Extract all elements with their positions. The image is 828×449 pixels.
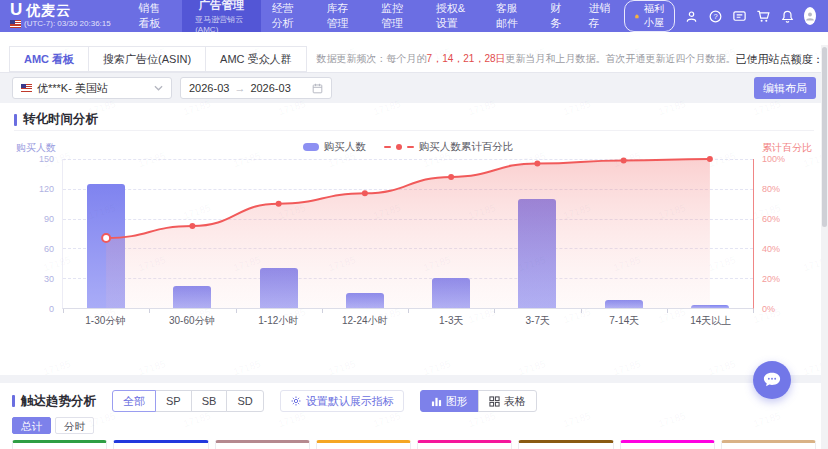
ad-type-filter-SP[interactable]: SP	[155, 390, 192, 412]
default-metrics-settings-button[interactable]: 设置默认展示指标	[280, 390, 404, 412]
x-label: 7-14天	[581, 309, 668, 327]
cumulative-line	[63, 159, 753, 308]
dashboard-tabs: AMC 看板搜索广告位(ASIN)AMC 受众人群	[10, 46, 307, 72]
mode-tabs: 总计分时	[12, 417, 816, 434]
legend-item-line[interactable]: 购买人数累计百分比	[384, 140, 514, 154]
calendar-icon	[312, 83, 323, 94]
view-toggle-图形[interactable]: 图形	[420, 390, 479, 412]
ad-type-filter-SB[interactable]: SB	[191, 390, 228, 412]
left-tick: 60	[44, 244, 54, 254]
ad-type-filter-SD[interactable]: SD	[226, 390, 263, 412]
left-tick: 120	[39, 184, 54, 194]
mode-tab-总计[interactable]: 总计	[12, 417, 51, 434]
section-accent-bar	[12, 395, 15, 407]
metric-card-曝光量[interactable]: 曝光量	[113, 440, 208, 449]
view-toggle-label: 表格	[504, 394, 526, 409]
chevron-down-icon	[154, 85, 163, 91]
chart-legend: 购买人数购买人数累计百分比	[62, 135, 754, 159]
bar-chart-icon	[431, 396, 442, 407]
x-label: 3-7天	[495, 309, 582, 327]
nav-item[interactable]: 客服邮件	[485, 0, 540, 32]
cart-icon[interactable]	[756, 9, 771, 24]
bar-legend-swatch	[303, 143, 319, 151]
edit-layout-button[interactable]: 编辑布局	[754, 77, 816, 99]
notice-dates: 7，14，21，28日	[427, 52, 506, 66]
notice-prefix: 数据更新频次：每个月的	[317, 52, 427, 66]
right-tick: 100%	[762, 154, 785, 164]
notice-suffix: 更新当月和上月数据。首次开通更新近四个月数据。	[506, 52, 736, 66]
welfare-label: 福利小屋	[644, 2, 665, 30]
support-icon[interactable]	[684, 9, 699, 24]
left-tick: 90	[44, 214, 54, 224]
nav-item[interactable]: 进销存	[578, 0, 624, 32]
nav-item-sub-label: 亚马逊营销云(AMC)	[195, 14, 248, 34]
metric-card-新客总数[interactable]: 新客总数	[417, 440, 512, 449]
chat-fab-button[interactable]	[753, 361, 791, 399]
svg-text:?: ?	[713, 12, 717, 21]
pareto-chart-plot[interactable]	[62, 159, 754, 309]
nav-item-label: 销售看板	[139, 1, 172, 31]
date-end-value: 2026-03	[250, 82, 290, 94]
settings-label: 设置默认展示指标	[306, 394, 394, 409]
x-label: 1-12小时	[235, 309, 322, 327]
us-flag-icon	[21, 84, 32, 92]
view-toggle: 图形表格	[420, 390, 537, 412]
line-legend-dash	[407, 146, 414, 148]
view-toggle-表格[interactable]: 表格	[478, 390, 537, 412]
tab-AMC 看板[interactable]: AMC 看板	[9, 46, 89, 72]
message-icon[interactable]	[732, 9, 747, 24]
metric-cards-row: 广告花费曝光量触达人数人均曝光新客总数新客触达比例点击量误点击花费	[12, 440, 816, 449]
legend-item-bar[interactable]: 购买人数	[303, 140, 366, 154]
nav-item-label: 财务	[550, 1, 566, 31]
data-update-notice: 数据更新频次：每个月的 7，14，21，28日 更新当月和上月数据。首次开通更新…	[317, 46, 736, 72]
x-axis-labels: 1-30分钟30-60分钟1-12小时12-24小时1-3天3-7天7-14天1…	[62, 309, 754, 327]
left-tick: 150	[39, 154, 54, 164]
nav-item[interactable]: 财务	[539, 0, 577, 32]
reach-trend-card: 触达趋势分析 全部SPSBSD 设置默认展示指标 图形表格 总计分时 广告花费曝…	[0, 383, 828, 449]
tab-AMC 受众人群[interactable]: AMC 受众人群	[205, 46, 307, 72]
line-legend-dash	[384, 146, 391, 148]
ad-type-filter-全部[interactable]: 全部	[112, 390, 156, 412]
metric-card-点击量[interactable]: 点击量	[620, 440, 715, 449]
metric-card-广告花费[interactable]: 广告花费	[12, 440, 107, 449]
nav-item-label: 库存管理	[326, 1, 359, 31]
filter-bar: 优***K- 美国站 2026-03 → 2026-03 编辑布局	[0, 73, 828, 103]
left-tick: 30	[44, 274, 54, 284]
right-tick: 0%	[762, 304, 775, 314]
tab-搜索广告位(ASIN)[interactable]: 搜索广告位(ASIN)	[88, 46, 206, 72]
nav-item[interactable]: 广告管理亚马逊营销云(AMC)	[182, 0, 261, 32]
nav-item[interactable]: 授权&设置	[425, 0, 485, 32]
nav-item[interactable]: 销售看板	[128, 0, 183, 32]
nav-item-label: 经营分析	[272, 1, 305, 31]
welfare-house-button[interactable]: 福利小屋	[624, 0, 675, 32]
scrollbar[interactable]	[821, 45, 828, 449]
metric-card-人均曝光[interactable]: 人均曝光	[316, 440, 411, 449]
main-nav: 销售看板广告管理亚马逊营销云(AMC)经营分析库存管理监控管理授权&设置客服邮件…	[128, 0, 624, 32]
house-icon	[634, 11, 640, 22]
x-label: 30-60分钟	[149, 309, 236, 327]
help-icon[interactable]: ?	[708, 9, 723, 24]
logo-icon: U	[10, 2, 22, 18]
nav-item[interactable]: 监控管理	[370, 0, 425, 32]
date-range-picker[interactable]: 2026-03 → 2026-03	[180, 77, 332, 99]
nav-item[interactable]: 库存管理	[315, 0, 370, 32]
store-select[interactable]: 优***K- 美国站	[12, 77, 172, 99]
section-accent-bar	[14, 114, 17, 126]
left-tick: 0	[49, 304, 54, 314]
mode-tab-分时[interactable]: 分时	[55, 417, 94, 434]
timezone-clock: (UTC-7): 03/30 20:36:15	[24, 19, 111, 28]
avatar[interactable]	[804, 7, 816, 25]
metric-card-误点击花费[interactable]: 误点击花费	[721, 440, 816, 449]
bell-icon[interactable]	[780, 9, 795, 24]
nav-item[interactable]: 经营分析	[261, 0, 316, 32]
quota-label: 已使用站点额度：	[736, 52, 824, 67]
date-range-arrow: →	[234, 82, 245, 94]
scrollbar-thumb[interactable]	[822, 47, 827, 227]
nav-item-label: 监控管理	[381, 1, 414, 31]
metric-card-新客触达比例[interactable]: 新客触达比例	[518, 440, 613, 449]
us-flag-icon	[10, 20, 21, 28]
date-start-value: 2026-03	[189, 82, 229, 94]
ad-type-filter-group: 全部SPSBSD	[112, 390, 264, 412]
metric-card-触达人数[interactable]: 触达人数	[215, 440, 310, 449]
dashboard-tab-row: AMC 看板搜索广告位(ASIN)AMC 受众人群 数据更新频次：每个月的 7，…	[0, 46, 828, 73]
